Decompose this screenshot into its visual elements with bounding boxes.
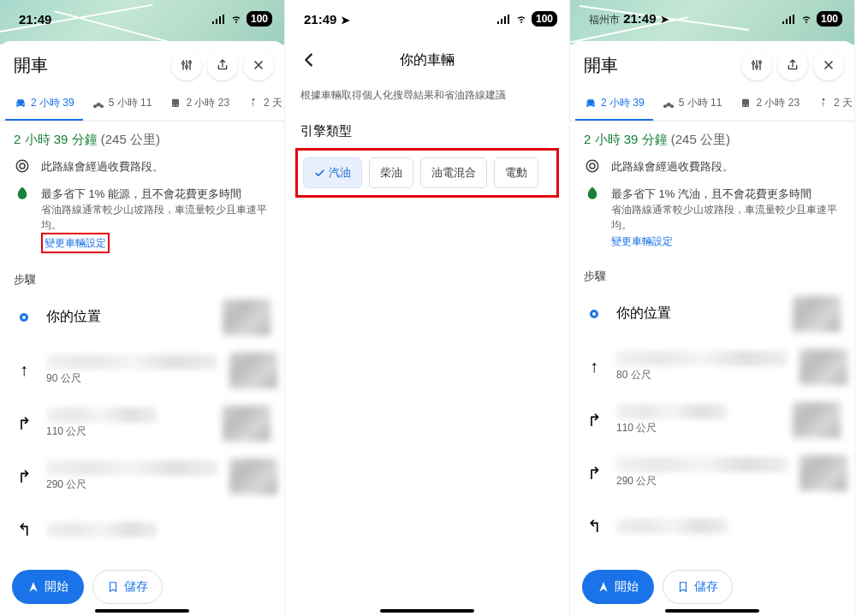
eco-info: 最多省下 1% 能源，且不會花費更多時間 省油路線通常較少山坡路段，車流量較少且…: [0, 181, 284, 258]
route-summary: 2 小時 39 分鐘 (245 公里): [570, 121, 854, 153]
street-thumb[interactable]: [223, 406, 270, 441]
street-thumb[interactable]: [229, 352, 277, 388]
step-4[interactable]: ↰: [570, 500, 854, 553]
step-origin[interactable]: 你的位置: [570, 287, 854, 341]
home-indicator: [665, 609, 759, 613]
step-3[interactable]: ↱ 290 公尺: [570, 447, 854, 500]
step-origin[interactable]: 你的位置: [0, 291, 284, 344]
battery-icon: 100: [532, 11, 557, 27]
tab-walk[interactable]: 2 天: [808, 89, 854, 121]
chip-diesel[interactable]: 柴油: [369, 157, 413, 188]
tab-motorcycle[interactable]: 5 小時 11: [653, 89, 731, 121]
turn-left-icon: ↰: [14, 519, 34, 540]
step-1[interactable]: ↑ 90 公尺: [0, 344, 284, 397]
origin-label: 你的位置: [616, 305, 671, 320]
share-button[interactable]: [207, 50, 238, 80]
options-button[interactable]: [741, 50, 772, 80]
svg-point-20: [586, 160, 598, 172]
turn-right-icon: ↱: [584, 463, 604, 483]
street-thumb[interactable]: [800, 455, 847, 491]
status-bar: 21:49 100: [0, 0, 284, 38]
svg-point-10: [20, 163, 25, 169]
home-indicator: [380, 609, 474, 613]
sheet-title: 開車: [584, 54, 736, 77]
step-1[interactable]: ↑ 80 公尺: [570, 341, 854, 394]
eco-info: 最多省下 1% 汽油，且不會花費更多時間 省油路線通常較少山坡路段，車流量較少且…: [570, 181, 854, 255]
straight-arrow-icon: ↑: [14, 360, 34, 380]
svg-point-6: [174, 104, 175, 105]
tab-walk[interactable]: 2 天: [238, 89, 284, 121]
origin-dot-icon: [20, 313, 28, 322]
svg-point-11: [752, 62, 755, 65]
toll-info: 此路線會經過收費路段。: [570, 153, 854, 181]
directions-sheet: 開車 2 小時 39 5 小時 11 2 小時 23 2 天 2 小時 39 分…: [0, 41, 284, 616]
location-arrow-icon: ➤: [660, 13, 669, 26]
battery-icon: 100: [247, 11, 272, 27]
street-thumb[interactable]: [800, 349, 847, 385]
street-thumb[interactable]: [223, 299, 270, 335]
location-text: 福州市: [589, 14, 620, 26]
route-summary: 2 小時 39 分鐘 (245 公里): [0, 121, 284, 153]
turn-right-icon: ↱: [14, 466, 34, 487]
engine-options-highlight: 汽油 柴油 油電混合 電動: [295, 148, 559, 198]
directions-sheet: 開車 2 小時 39 5 小時 11 2 小時 23 2 天 2 小時 39 分…: [570, 41, 854, 616]
turn-right-icon: ↱: [14, 413, 34, 434]
svg-point-13: [759, 61, 762, 63]
steps-label: 步驟: [0, 258, 284, 291]
engine-options: 汽油 柴油 油電混合 電動: [303, 157, 551, 188]
svg-point-7: [177, 104, 178, 105]
step-4[interactable]: ↰: [0, 503, 284, 556]
tab-drive[interactable]: 2 小時 39: [5, 89, 83, 121]
toll-info: 此路線會經過收費路段。: [0, 153, 284, 181]
svg-point-8: [253, 98, 255, 101]
tab-drive[interactable]: 2 小時 39: [575, 89, 653, 121]
svg-point-17: [744, 104, 745, 105]
clock: 21:49: [623, 11, 656, 26]
chip-gasoline[interactable]: 汽油: [303, 157, 362, 188]
status-bar: 福州市 21:49 ➤ 100: [570, 0, 854, 38]
turn-left-icon: ↰: [584, 516, 604, 536]
tab-transit[interactable]: 2 小時 23: [730, 89, 808, 121]
tab-transit[interactable]: 2 小時 23: [160, 89, 238, 121]
location-arrow-icon: ➤: [341, 14, 350, 27]
close-button[interactable]: [813, 50, 844, 80]
options-button[interactable]: [171, 50, 202, 80]
chip-hybrid[interactable]: 油電混合: [420, 157, 487, 188]
start-button[interactable]: 開始: [12, 570, 84, 604]
step-2[interactable]: ↱ 110 公尺: [0, 397, 284, 450]
chip-electric[interactable]: 電動: [494, 157, 538, 188]
origin-label: 你的位置: [46, 309, 101, 323]
eco-sub: 省油路線通常較少山坡路段，車流量較少且車速平均。: [41, 202, 270, 233]
wifi-icon: [514, 14, 528, 24]
home-indicator: [95, 609, 189, 613]
phone-right: 福州市 21:49 ➤ 100 開車 2 小時 39 5 小時 11 2 小時 …: [570, 0, 855, 616]
svg-point-2: [189, 61, 192, 63]
engine-type-label: 引擎類型: [285, 103, 569, 148]
eco-headline: 最多省下 1% 能源，且不會花費更多時間: [41, 186, 270, 203]
change-vehicle-link[interactable]: 變更車輛設定: [611, 235, 673, 247]
step-3[interactable]: ↱ 290 公尺: [0, 450, 284, 503]
eco-sub: 省油路線通常較少山坡路段，車流量較少且車速平均。: [611, 202, 841, 233]
svg-point-19: [823, 98, 825, 101]
svg-point-21: [590, 163, 595, 169]
straight-arrow-icon: ↑: [584, 357, 604, 376]
page-description: 根據車輛取得個人化搜尋結果和省油路線建議: [285, 82, 569, 103]
step-2[interactable]: ↱ 110 公尺: [570, 394, 854, 447]
street-thumb[interactable]: [793, 296, 841, 332]
clock: 21:49: [304, 12, 336, 27]
duration: 2 小時 39 分鐘: [14, 132, 98, 146]
street-thumb[interactable]: [229, 459, 277, 495]
steps-label: 步驟: [570, 255, 854, 287]
svg-point-1: [186, 66, 188, 68]
mode-tabs: 2 小時 39 5 小時 11 2 小時 23 2 天: [0, 86, 284, 121]
tab-motorcycle[interactable]: 5 小時 11: [83, 89, 161, 121]
save-button[interactable]: 儲存: [663, 570, 733, 604]
origin-dot-icon: [590, 310, 598, 318]
sheet-title: 開車: [14, 54, 166, 77]
save-button[interactable]: 儲存: [92, 570, 163, 604]
change-vehicle-link[interactable]: 變更車輛設定: [45, 237, 106, 249]
share-button[interactable]: [777, 50, 808, 80]
street-thumb[interactable]: [793, 402, 841, 438]
close-button[interactable]: [243, 50, 274, 80]
start-button[interactable]: 開始: [582, 570, 654, 604]
